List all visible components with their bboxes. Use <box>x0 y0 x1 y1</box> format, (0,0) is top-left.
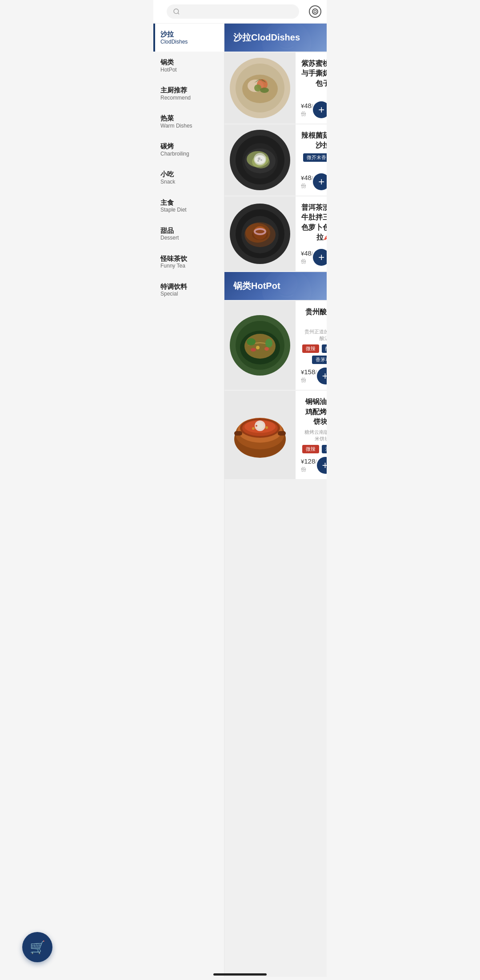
content-area: 沙拉ClodDishes <box>224 24 327 977</box>
svg-point-0 <box>174 9 179 14</box>
add-to-cart-button[interactable]: + <box>317 457 327 474</box>
sidebar-item-5[interactable]: 小吃 Snack <box>153 164 224 192</box>
tag: 微芥末香 <box>303 153 327 162</box>
sidebar-en-1: HotPot <box>160 67 219 74</box>
header <box>153 0 327 24</box>
tag: 香茅草 <box>312 356 327 364</box>
item-name: 贵州酸汤鱼 <box>301 307 327 327</box>
item-image-0-2 <box>224 196 296 271</box>
item-subtitle: 糖烤云南版大米饼块... <box>301 429 327 442</box>
item-price: ¥48/份 <box>301 102 313 118</box>
sidebar-zh-9: 特调饮料 <box>160 282 219 291</box>
svg-point-1 <box>314 10 316 12</box>
item-tags: 微辣油 <box>301 445 327 453</box>
item-name: 紫苏蜜桃与手撕奶包子 <box>301 59 327 88</box>
tag: 酸 <box>322 344 327 353</box>
svg-point-51 <box>252 427 255 430</box>
dish-image <box>229 203 291 265</box>
header-actions <box>304 5 321 18</box>
menu-item-0-2: 普洱茶渍牛肚拌三色萝卜色拉🌶 ¥48/份 + <box>224 196 327 271</box>
sidebar-zh-7: 甜品 <box>160 226 219 235</box>
item-image-1-1 <box>224 391 296 479</box>
menu-item-1-1: 铜锅油焖鸡配烤糖饼块🌶 糖烤云南版大米饼块... 微辣油 ¥128/份 + <box>224 391 327 479</box>
svg-point-21 <box>257 160 259 162</box>
search-icon <box>173 8 180 15</box>
chili-icon: 🌶 <box>324 234 327 241</box>
item-bottom: ¥158/份 + <box>301 368 327 384</box>
sidebar-zh-8: 怪味茶饮 <box>160 254 219 263</box>
sidebar-item-4[interactable]: 碳烤 Charbroiling <box>153 136 224 164</box>
item-price: ¥158/份 <box>301 368 317 384</box>
item-price: ¥48/份 <box>301 249 313 265</box>
item-subtitle: 贵州正道的红酸汤... <box>301 328 327 342</box>
section-title-hotpot: 锅类HotPot <box>233 280 318 292</box>
dish-image <box>229 314 291 376</box>
sidebar-en-9: Special <box>160 291 219 298</box>
sidebar-item-7[interactable]: 甜品 Dessert <box>153 220 224 248</box>
sidebar-zh-6: 主食 <box>160 198 219 207</box>
sidebar-en-4: Charbroiling <box>160 151 219 158</box>
item-info-0-2: 普洱茶渍牛肚拌三色萝卜色拉🌶 ¥48/份 + <box>296 196 327 271</box>
sidebar-en-6: Staple Diet <box>160 207 219 214</box>
svg-rect-46 <box>278 431 286 436</box>
add-to-cart-button[interactable]: + <box>317 368 327 384</box>
item-name: 普洱茶渍牛肚拌三色萝卜色拉🌶 <box>301 203 327 243</box>
item-bottom: ¥48/份 + <box>301 101 327 118</box>
tag: 油 <box>322 445 327 453</box>
sidebar-en-2: Recommend <box>160 95 219 102</box>
item-info-1-0: 贵州酸汤鱼 贵州正道的红酸汤... 微辣酸香茅草 ¥158/份 + <box>296 301 327 390</box>
svg-point-2 <box>312 9 318 14</box>
sidebar-item-3[interactable]: 热菜 Warm Dishes <box>153 108 224 136</box>
dish-image <box>229 404 291 466</box>
sidebar-en-8: Funny Tea <box>160 263 219 270</box>
search-bar[interactable] <box>167 4 299 19</box>
sidebar-en-7: Dessert <box>160 235 219 242</box>
svg-point-40 <box>256 346 260 349</box>
sidebar-item-2[interactable]: 主厨推荐 Recommend <box>153 80 224 108</box>
scan-button[interactable] <box>309 5 321 18</box>
svg-point-50 <box>256 422 264 429</box>
svg-point-19 <box>258 157 260 160</box>
sidebar-zh-3: 热菜 <box>160 114 219 123</box>
item-price: ¥128/份 <box>301 457 317 473</box>
item-tags: 微芥末香 <box>301 153 327 162</box>
menu-item-1-0: 贵州酸汤鱼 贵州正道的红酸汤... 微辣酸香茅草 ¥158/份 + <box>224 301 327 390</box>
sidebar-item-1[interactable]: 锅类 HotPot <box>153 52 224 80</box>
item-image-0-1 <box>224 124 296 196</box>
sidebar-en-3: Warm Dishes <box>160 123 219 130</box>
item-image-0-0 <box>224 52 296 124</box>
sidebar-zh-1: 锅类 <box>160 58 219 67</box>
add-to-cart-button[interactable]: + <box>313 173 327 190</box>
tag: 微辣 <box>302 344 319 353</box>
main-layout: 沙拉 ClodDishes 锅类 HotPot 主厨推荐 Recommend 热… <box>153 24 327 977</box>
item-name: 辣根菌菇沙拉 <box>301 131 327 151</box>
add-to-cart-button[interactable]: + <box>313 101 327 118</box>
dish-image <box>229 57 291 119</box>
item-bottom: ¥48/份 + <box>301 249 327 266</box>
add-to-cart-button[interactable]: + <box>313 249 327 266</box>
svg-point-38 <box>251 348 256 352</box>
sidebar-en-5: Snack <box>160 179 219 186</box>
menu-item-0-1: 辣根菌菇沙拉 微芥末香 ¥48/份 + <box>224 124 327 196</box>
back-button[interactable] <box>159 10 162 13</box>
svg-point-10 <box>260 88 269 93</box>
item-info-1-1: 铜锅油焖鸡配烤糖饼块🌶 糖烤云南版大米饼块... 微辣油 ¥128/份 + <box>296 391 327 479</box>
dish-image <box>229 129 291 191</box>
item-name: 铜锅油焖鸡配烤糖饼块🌶 <box>301 397 327 427</box>
svg-point-52 <box>265 426 268 429</box>
svg-point-36 <box>247 338 256 345</box>
menu-item-0-0: 紫苏蜜桃与手撕奶包子 ¥48/份 + <box>224 52 327 124</box>
sidebar-item-0[interactable]: 沙拉 ClodDishes <box>153 24 224 52</box>
scan-icon <box>312 8 319 15</box>
sidebar-item-8[interactable]: 怪味茶饮 Funny Tea <box>153 248 224 276</box>
sidebar-item-6[interactable]: 主食 Staple Diet <box>153 192 224 220</box>
sidebar-zh-0: 沙拉 <box>160 30 219 39</box>
sidebar-zh-4: 碳烤 <box>160 142 219 151</box>
section-title-salad: 沙拉ClodDishes <box>233 32 318 44</box>
sidebar-en-0: ClodDishes <box>160 39 219 46</box>
item-bottom: ¥48/份 + <box>301 173 327 190</box>
sidebar-zh-5: 小吃 <box>160 170 219 179</box>
sidebar-item-9[interactable]: 特调饮料 Special <box>153 276 224 304</box>
svg-point-53 <box>256 425 257 427</box>
item-price: ¥48/份 <box>301 174 313 190</box>
